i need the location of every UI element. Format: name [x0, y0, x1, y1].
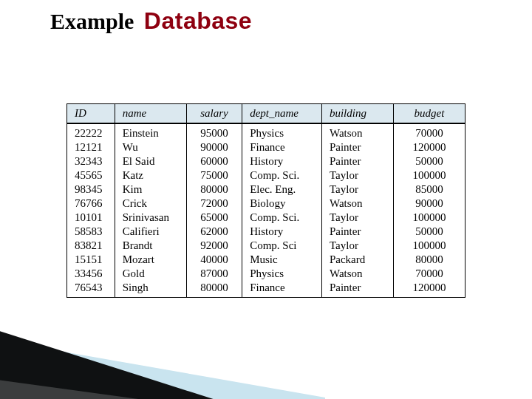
cell-salary: 95000 — [186, 123, 242, 140]
cell-budget: 70000 — [393, 267, 465, 281]
table-row: 10101Srinivasan65000Comp. Sci.Taylor1000… — [67, 211, 466, 225]
cell-name: Wu — [115, 140, 186, 154]
cell-building: Taylor — [321, 211, 393, 225]
col-header-id: ID — [67, 104, 115, 124]
cell-name: Crick — [115, 197, 186, 211]
cell-budget: 100000 — [393, 211, 465, 225]
cell-dept-name: Elec. Eng. — [242, 183, 322, 197]
cell-dept-name: Physics — [242, 267, 322, 281]
cell-building: Painter — [321, 281, 393, 298]
cell-salary: 60000 — [186, 154, 242, 168]
cell-dept-name: Physics — [242, 123, 322, 140]
cell-id: 76543 — [67, 281, 115, 298]
cell-dept-name: Biology — [242, 197, 322, 211]
cell-dept-name: History — [242, 154, 322, 168]
cell-dept-name: History — [242, 225, 322, 239]
cell-budget: 100000 — [393, 168, 465, 183]
cell-name: El Said — [115, 154, 186, 168]
cell-building: Taylor — [321, 183, 393, 197]
cell-salary: 80000 — [186, 183, 242, 197]
table-row: 12121Wu90000FinancePainter120000 — [67, 140, 466, 154]
cell-budget: 120000 — [393, 140, 465, 154]
cell-name: Singh — [115, 281, 186, 298]
cell-dept-name: Comp. Sci. — [242, 211, 322, 225]
cell-budget: 120000 — [393, 281, 465, 298]
cell-budget: 70000 — [393, 123, 465, 140]
cell-budget: 50000 — [393, 154, 465, 168]
cell-dept-name: Finance — [242, 140, 322, 154]
table-row: 33456Gold87000PhysicsWatson70000 — [67, 267, 466, 281]
table-header-row: ID name salary dept_name building budget — [67, 104, 466, 124]
table-row: 76543Singh80000FinancePainter120000 — [67, 281, 466, 298]
cell-dept-name: Finance — [242, 281, 322, 298]
table-row: 76766Crick72000BiologyWatson90000 — [67, 197, 466, 211]
cell-salary: 65000 — [186, 211, 242, 225]
cell-name: Einstein — [115, 123, 186, 140]
cell-id: 32343 — [67, 154, 115, 168]
cell-id: 98345 — [67, 183, 115, 197]
cell-salary: 90000 — [186, 140, 242, 154]
cell-dept-name: Comp. Sci. — [242, 168, 322, 183]
cell-budget: 50000 — [393, 225, 465, 239]
cell-building: Painter — [321, 154, 393, 168]
svg-marker-1 — [0, 303, 236, 399]
table-row: 32343El Said60000HistoryPainter50000 — [67, 154, 466, 168]
cell-building: Taylor — [321, 239, 393, 253]
cell-building: Watson — [321, 123, 393, 140]
cell-building: Watson — [321, 267, 393, 281]
database-table: ID name salary dept_name building budget… — [66, 103, 466, 298]
cell-budget: 80000 — [393, 253, 465, 267]
table-row: 15151Mozart40000MusicPackard80000 — [67, 253, 466, 267]
cell-id: 58583 — [67, 225, 115, 239]
cell-id: 83821 — [67, 239, 115, 253]
cell-salary: 87000 — [186, 267, 242, 281]
col-header-name: name — [115, 104, 186, 124]
cell-budget: 90000 — [393, 197, 465, 211]
cell-budget: 100000 — [393, 239, 465, 253]
cell-name: Gold — [115, 267, 186, 281]
col-header-building: building — [321, 104, 393, 124]
cell-dept-name: Comp. Sci — [242, 239, 322, 253]
col-header-salary: salary — [186, 104, 242, 124]
cell-id: 76766 — [67, 197, 115, 211]
cell-building: Packard — [321, 253, 393, 267]
cell-budget: 85000 — [393, 183, 465, 197]
col-header-dept-name: dept_name — [242, 104, 322, 124]
slide-title: Example Database — [50, 9, 252, 33]
table-body: 22222Einstein95000PhysicsWatson700001212… — [67, 123, 466, 298]
svg-marker-0 — [0, 325, 325, 399]
cell-name: Brandt — [115, 239, 186, 253]
table-row: 98345Kim80000Elec. Eng.Taylor85000 — [67, 183, 466, 197]
cell-building: Watson — [321, 197, 393, 211]
col-header-budget: budget — [393, 104, 465, 124]
cell-name: Katz — [115, 168, 186, 183]
cell-id: 10101 — [67, 211, 115, 225]
database-table-wrap: ID name salary dept_name building budget… — [66, 103, 466, 298]
cell-id: 33456 — [67, 267, 115, 281]
cell-id: 15151 — [67, 253, 115, 267]
cell-id: 45565 — [67, 168, 115, 183]
title-word-2: Database — [144, 7, 252, 34]
table-row: 22222Einstein95000PhysicsWatson70000 — [67, 123, 466, 140]
table-row: 45565Katz75000Comp. Sci.Taylor100000 — [67, 168, 466, 183]
cell-name: Mozart — [115, 253, 186, 267]
cell-id: 12121 — [67, 140, 115, 154]
cell-building: Painter — [321, 225, 393, 239]
cell-building: Taylor — [321, 168, 393, 183]
table-row: 83821Brandt92000Comp. SciTaylor100000 — [67, 239, 466, 253]
cell-building: Painter — [321, 140, 393, 154]
cell-id: 22222 — [67, 123, 115, 140]
cell-salary: 62000 — [186, 225, 242, 239]
cell-name: Califieri — [115, 225, 186, 239]
cell-salary: 40000 — [186, 253, 242, 267]
svg-marker-2 — [0, 368, 192, 399]
table-row: 58583Califieri62000HistoryPainter50000 — [67, 225, 466, 239]
cell-salary: 80000 — [186, 281, 242, 298]
cell-name: Kim — [115, 183, 186, 197]
cell-salary: 72000 — [186, 197, 242, 211]
cell-dept-name: Music — [242, 253, 322, 267]
decorative-swoosh — [0, 303, 325, 399]
cell-salary: 92000 — [186, 239, 242, 253]
title-word-1: Example — [50, 9, 134, 33]
cell-name: Srinivasan — [115, 211, 186, 225]
